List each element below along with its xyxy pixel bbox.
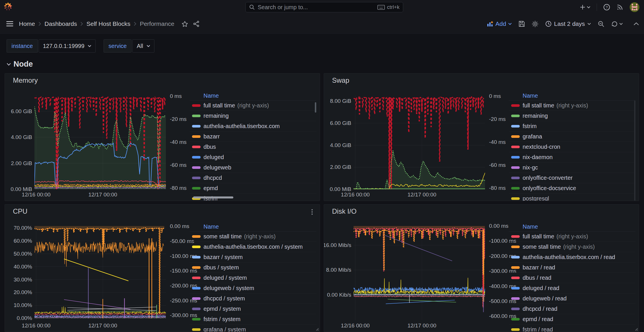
legend-series-epmd-system[interactable]: epmd / system — [190, 304, 316, 314]
legend-series-nextcloud-cron[interactable]: nextcloud-cron — [509, 142, 635, 152]
legend-series-fstrim[interactable]: fstrim — [509, 121, 635, 132]
legend-header-name[interactable]: Name — [190, 92, 316, 101]
panel-resize-handle[interactable] — [635, 327, 638, 331]
legend-series-label: grafana — [523, 133, 542, 140]
refresh-button[interactable] — [611, 21, 623, 27]
add-button[interactable]: Add — [487, 20, 511, 27]
series-color-pill — [511, 197, 520, 200]
legend-series-epmd[interactable]: epmd — [190, 183, 316, 194]
panel-resize-handle[interactable] — [315, 327, 319, 331]
breadcrumb-home[interactable]: Home — [19, 20, 35, 27]
row-node-header[interactable]: Node — [7, 60, 33, 69]
legend-series-some-stall-time[interactable]: some stall time(right y-axis) — [190, 231, 316, 242]
legend-series-nix-gc[interactable]: nix-gc — [509, 163, 635, 173]
swap-plot-area[interactable] — [354, 95, 485, 189]
grafana-logo[interactable] — [3, 2, 13, 12]
legend-series-dbus-system[interactable]: dbus / system — [190, 262, 316, 273]
dashboard-settings-button[interactable] — [532, 21, 538, 27]
legend-series-full-stall-time[interactable]: full stall time(right y-axis) — [190, 101, 316, 111]
memory-legend: Namefull stall time(right y-axis)remaini… — [190, 92, 316, 201]
favorite-button[interactable] — [182, 21, 188, 27]
legend-series-delugeweb-system[interactable]: delugeweb / system — [190, 283, 316, 294]
panel-title-swap[interactable]: Swap — [332, 74, 349, 87]
legend-series-dbus-read[interactable]: dbus / read — [509, 273, 635, 283]
breadcrumb-dashboards[interactable]: Dashboards — [44, 20, 77, 27]
panel-title-cpu[interactable]: CPU — [13, 204, 28, 218]
legend-header-name[interactable]: Name — [509, 223, 635, 231]
legend-series-dhcpcd[interactable]: dhcpcd — [190, 173, 316, 183]
legend-series-grafana-system[interactable]: grafana / system — [190, 325, 316, 332]
share-button[interactable] — [193, 21, 199, 27]
panel-title-memory[interactable]: Memory — [13, 74, 38, 87]
legend-series-label: some stall time — [523, 244, 561, 250]
legend-series-nix-daemon[interactable]: nix-daemon — [509, 152, 635, 163]
series-color-pill — [511, 266, 520, 269]
legend-series-authelia-authelia-tiserbox-com[interactable]: authelia-authelia.tiserbox.com — [190, 121, 316, 132]
legend-series-bazarr-system[interactable]: bazarr / system — [190, 252, 316, 262]
new-button[interactable] — [580, 4, 590, 10]
y-axis-right-tick: 0.00 ms — [170, 223, 189, 229]
legend-series-some-stall-time[interactable]: some stall time(right y-axis) — [509, 242, 635, 252]
legend-scrollbar[interactable] — [315, 102, 316, 113]
y-axis-left-tick: 40.00% — [14, 264, 32, 270]
series-color-pill — [192, 308, 201, 310]
legend-series-full-stall-time[interactable]: full stall time(right y-axis) — [509, 101, 635, 111]
legend-series-authelia-authelia-tiserbox-com-system[interactable]: authelia-authelia.tiserbox.com / system — [190, 242, 316, 252]
user-avatar[interactable] — [630, 2, 639, 12]
legend-header-name[interactable]: Name — [509, 92, 635, 101]
search-input[interactable]: Search or jump to... ctrl+k — [245, 2, 403, 12]
legend-series-label: epmd / read — [523, 316, 553, 323]
legend-series-fstrim-system[interactable]: fstrim / system — [190, 314, 316, 325]
series-color-pill — [511, 156, 520, 159]
memory-plot-area[interactable] — [34, 95, 166, 189]
legend-series-onlyoffice-docservice[interactable]: onlyoffice-docservice — [509, 183, 635, 194]
legend-series-deluged[interactable]: deluged — [190, 152, 316, 163]
legend-series-postgresql[interactable]: postgresql — [509, 194, 635, 201]
panel-title-diskio[interactable]: Disk I/O — [332, 204, 356, 218]
series-color-pill — [511, 146, 520, 148]
collapse-toolbar-button[interactable] — [634, 22, 639, 25]
legend-series-label: onlyoffice-converter — [523, 175, 573, 181]
legend-series-label: nix-gc — [523, 164, 538, 171]
legend-series-bazarr-read[interactable]: bazarr / read — [509, 262, 635, 273]
legend-series-label: dhcpcd / system — [203, 295, 245, 302]
legend-scrollbar-track[interactable] — [634, 101, 635, 201]
variable-instance-label[interactable]: instance — [7, 39, 38, 53]
help-button[interactable]: ? — [603, 4, 610, 11]
legend-series-deluged-read[interactable]: deluged / read — [509, 283, 635, 294]
legend-series-onlyoffice-converter[interactable]: onlyoffice-converter — [509, 173, 635, 183]
variable-service-label[interactable]: service — [104, 39, 131, 53]
legend-series-delugeweb-read[interactable]: delugeweb / read — [509, 294, 635, 304]
legend-series-bazarr[interactable]: bazarr — [190, 132, 316, 142]
variable-instance-value[interactable]: 127.0.0.1:19999 — [39, 39, 96, 53]
legend-series-authelia-authelia-tiserbox-com-read[interactable]: authelia-authelia.tiserbox.com / read — [509, 252, 635, 262]
legend-series-remaining[interactable]: remaining — [190, 111, 316, 121]
legend-series-full-stall-time[interactable]: full stall time(right y-axis) — [509, 231, 635, 242]
variable-service-value[interactable]: All — [132, 39, 154, 53]
legend-series-epmd-read[interactable]: epmd / read — [509, 314, 635, 325]
legend-series-delugeweb[interactable]: delugeweb — [190, 163, 316, 173]
diskio-plot-area[interactable] — [354, 226, 485, 320]
series-color-pill — [511, 135, 520, 138]
legend-series-fstrim-read[interactable]: fstrim / read — [509, 325, 635, 332]
legend-header-name[interactable]: Name — [190, 223, 316, 231]
news-button[interactable] — [616, 4, 623, 11]
legend-series-deluged-system[interactable]: deluged / system — [190, 273, 316, 283]
keyboard-icon — [377, 5, 385, 10]
zoom-out-icon — [598, 21, 604, 27]
clock-icon — [545, 21, 552, 27]
legend-series-dhcpcd-system[interactable]: dhcpcd / system — [190, 294, 316, 304]
menu-toggle[interactable] — [6, 21, 13, 26]
time-range-picker[interactable]: Last 2 days — [545, 20, 591, 27]
legend-h-scrollbar[interactable] — [193, 196, 233, 198]
legend-series-dhcpcd-read[interactable]: dhcpcd / read — [509, 304, 635, 314]
breadcrumb-folder[interactable]: Self Host Blocks — [86, 20, 130, 27]
legend-series-grafana[interactable]: grafana — [509, 132, 635, 142]
panel-menu-icon[interactable] — [310, 209, 315, 215]
save-dashboard-button[interactable] — [519, 21, 525, 27]
legend-series-dbus[interactable]: dbus — [190, 142, 316, 152]
zoom-out-button[interactable] — [598, 21, 604, 27]
chevron-down-icon — [7, 63, 11, 66]
cpu-plot-area[interactable] — [34, 226, 166, 320]
legend-series-remaining[interactable]: remaining — [509, 111, 635, 121]
